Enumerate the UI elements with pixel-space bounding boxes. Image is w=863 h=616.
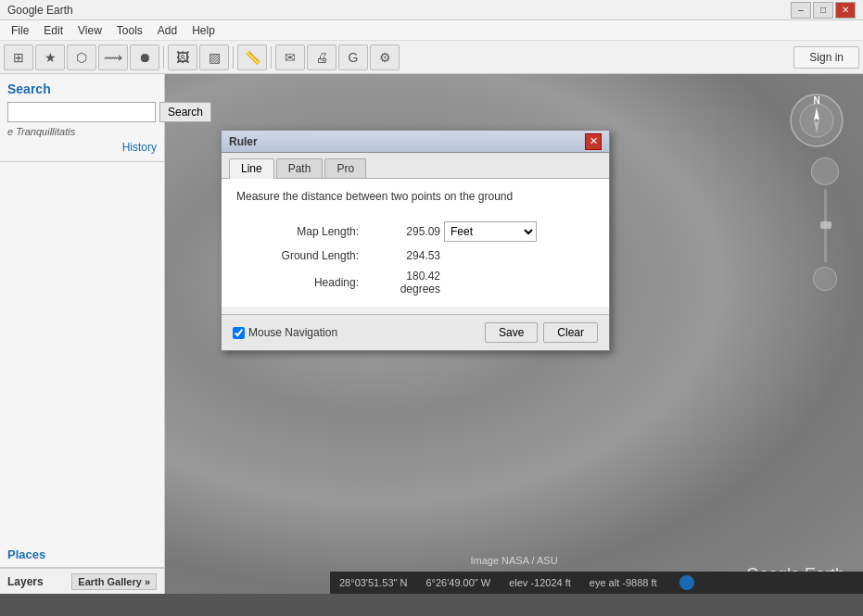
status-elev: elev -12024 ft: [509, 577, 571, 588]
clear-button[interactable]: Clear: [543, 322, 598, 343]
ruler-title: Ruler: [229, 135, 585, 148]
menu-help[interactable]: Help: [184, 22, 222, 39]
ruler-tabs: Line Path Pro: [222, 153, 609, 179]
ground-length-row: Ground Length: 294.53: [255, 249, 576, 262]
map-length-label: Map Length:: [255, 225, 366, 238]
toolbar: ⊞ ★ ⬡ ⟿ ⏺ 🖼 ▨ 📏 ✉ 🖨 G ⚙ Sign in: [0, 41, 863, 74]
sidebar-main-area: [0, 162, 164, 542]
ruler-dialog: Ruler ✕ Line Path Pro Measure the distan…: [221, 130, 610, 351]
ground-length-value: 294.53: [366, 249, 440, 262]
toolbar-email-btn[interactable]: ✉: [275, 44, 305, 70]
ruler-close-button[interactable]: ✕: [585, 133, 602, 150]
title-bar: Google Earth – □ ✕: [0, 0, 863, 20]
zoom-handle[interactable]: [820, 221, 831, 229]
ground-length-label: Ground Length:: [255, 249, 366, 262]
svg-text:N: N: [813, 95, 819, 106]
menu-tools[interactable]: Tools: [109, 22, 150, 39]
toolbar-google-btn[interactable]: G: [338, 44, 368, 70]
ruler-title-bar: Ruler ✕: [222, 131, 609, 153]
map-length-unit-select[interactable]: Feet Meters Kilometers Miles: [444, 221, 537, 242]
ruler-tab-pro[interactable]: Pro: [324, 158, 366, 178]
toolbar-polygon-btn[interactable]: ⬡: [67, 44, 96, 70]
places-section: Places: [0, 542, 164, 568]
heading-row: Heading: 180.42 degrees: [255, 270, 576, 295]
location-text: e Tranquillitatis: [7, 126, 157, 137]
status-eye: eye alt -9888 ft: [590, 577, 657, 588]
search-input-row: Search: [7, 102, 157, 122]
map-length-value: 295.09: [366, 225, 440, 238]
ruler-tab-path[interactable]: Path: [276, 158, 324, 178]
close-button[interactable]: ✕: [835, 2, 856, 19]
layers-section: Layers Earth Gallery »: [0, 568, 164, 594]
map-length-row: Map Length: 295.09 Feet Meters Kilometer…: [255, 221, 576, 242]
mouse-navigation-label[interactable]: Mouse Navigation: [248, 326, 479, 339]
history-link[interactable]: History: [7, 141, 157, 154]
zoom-in-btn[interactable]: [811, 157, 839, 185]
toolbar-sep2: [233, 46, 234, 69]
status-lat: 28°03'51.53" N: [339, 577, 407, 588]
sidebar: Search Search e Tranquillitatis History …: [0, 74, 165, 594]
search-input[interactable]: [7, 102, 156, 122]
minimize-button[interactable]: –: [791, 2, 811, 19]
toolbar-placemark-btn[interactable]: ★: [35, 44, 65, 70]
sign-in-button[interactable]: Sign in: [793, 46, 859, 69]
map-area[interactable]: N Image NASA / ASU Google Earth Ruler ✕: [165, 74, 863, 594]
toolbar-map-btn[interactable]: ⊞: [4, 44, 33, 70]
maximize-button[interactable]: □: [813, 2, 833, 19]
menu-add[interactable]: Add: [150, 22, 184, 39]
menu-view[interactable]: View: [70, 22, 109, 39]
toolbar-image-btn[interactable]: 🖼: [168, 44, 197, 70]
menu-file[interactable]: File: [4, 22, 36, 39]
search-button[interactable]: Search: [159, 102, 211, 122]
toolbar-ruler-btn[interactable]: 📏: [237, 44, 267, 70]
status-icon: [679, 575, 694, 590]
ruler-footer: Mouse Navigation Save Clear: [222, 314, 609, 350]
toolbar-path-btn[interactable]: ⟿: [98, 44, 128, 70]
compass[interactable]: N: [789, 93, 844, 148]
zoom-control: [811, 157, 839, 291]
toolbar-print-btn[interactable]: 🖨: [307, 44, 336, 70]
ruler-description: Measure the distance between two points …: [236, 190, 594, 203]
zoom-out-btn[interactable]: [813, 267, 837, 291]
toolbar-settings-btn[interactable]: ⚙: [370, 44, 400, 70]
status-lon: 6°26'49.00" W: [425, 577, 490, 588]
ruler-fields: Map Length: 295.09 Feet Meters Kilometer…: [236, 221, 594, 295]
ruler-content: Measure the distance between two points …: [222, 179, 609, 307]
window-controls: – □ ✕: [791, 2, 856, 19]
toolbar-sep1: [163, 46, 164, 69]
heading-value: 180.42 degrees: [366, 270, 440, 295]
menu-edit[interactable]: Edit: [36, 22, 70, 39]
image-credit: Image NASA / ASU: [470, 555, 557, 566]
save-button[interactable]: Save: [485, 322, 538, 343]
earth-gallery-button[interactable]: Earth Gallery »: [71, 573, 157, 590]
status-bar: 28°03'51.53" N 6°26'49.00" W elev -12024…: [330, 572, 863, 594]
toolbar-sep3: [271, 46, 272, 69]
mouse-navigation-checkbox[interactable]: [233, 327, 245, 339]
search-panel: Search Search e Tranquillitatis History: [0, 74, 164, 162]
heading-label: Heading:: [255, 276, 366, 289]
layers-label: Layers: [7, 575, 44, 588]
toolbar-overlay-btn[interactable]: ▨: [199, 44, 229, 70]
zoom-track[interactable]: [824, 189, 827, 263]
toolbar-record-btn[interactable]: ⏺: [130, 44, 159, 70]
main-layout: Search Search e Tranquillitatis History …: [0, 74, 863, 594]
ruler-tab-line[interactable]: Line: [229, 158, 274, 179]
menu-bar: File Edit View Tools Add Help: [0, 20, 863, 41]
search-title: Search: [7, 82, 157, 96]
app-title: Google Earth: [7, 4, 791, 17]
